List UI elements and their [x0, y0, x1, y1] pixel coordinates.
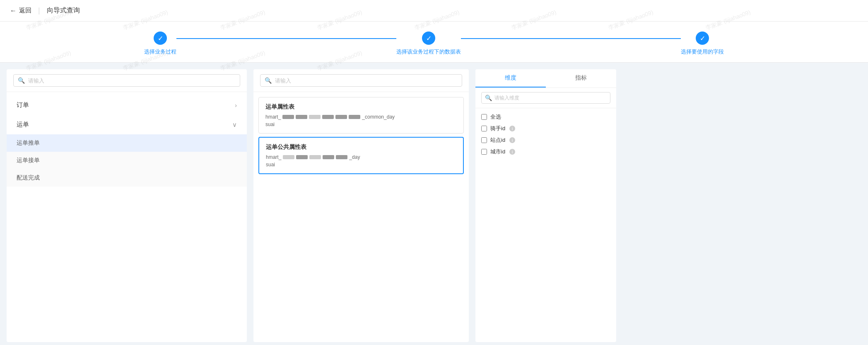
left-search-wrap[interactable]: 🔍 — [13, 74, 240, 87]
left-search-input[interactable] — [28, 78, 236, 84]
checkbox-station-id-input[interactable] — [481, 137, 487, 143]
list-sub-item-dispatch[interactable]: 运单推单 — [7, 134, 247, 152]
tab-metric[interactable]: 指标 — [546, 69, 616, 87]
step-1-label: 选择业务过程 — [144, 48, 176, 56]
table-card-2[interactable]: 运单公共属性表 hmart_ _day suai — [258, 137, 464, 174]
checkbox-station-id[interactable]: 站点id i — [481, 136, 610, 144]
meta-block-1e — [335, 115, 347, 119]
checkbox-all[interactable]: 全选 — [481, 113, 610, 121]
meta-prefix-1: hmart_ — [265, 114, 281, 120]
step-3-circle: ✓ — [696, 32, 709, 45]
back-button[interactable]: ← 返回 — [10, 7, 31, 15]
rider-id-info-icon[interactable]: i — [509, 126, 515, 131]
meta-block-1d — [322, 115, 334, 119]
meta-suffix-2: _day — [349, 154, 360, 160]
right-checkbox-list: 全选 骑手id i 站点id i 城市id i — [475, 108, 616, 160]
step-2[interactable]: ✓ 选择该业务过程下的数据表 — [396, 32, 461, 56]
list-group-waybill-label: 运单 — [17, 121, 29, 129]
back-label: 返回 — [19, 7, 31, 15]
meta-block-2b — [296, 155, 308, 159]
stepper: ✓ 选择业务过程 ✓ 选择该业务过程下的数据表 ✓ 选择要使用的字段 — [0, 22, 868, 63]
meta-prefix-2: hmart_ — [266, 154, 281, 160]
step-line-2 — [461, 38, 681, 39]
checkbox-rider-id[interactable]: 骑手id i — [481, 125, 610, 132]
middle-search-input[interactable] — [275, 78, 458, 84]
meta-suffix-1: _common_day — [362, 114, 395, 120]
station-id-info-icon[interactable]: i — [509, 137, 515, 143]
meta-block-2e — [336, 155, 347, 159]
right-tabs: 维度 指标 — [475, 69, 616, 88]
right-search-input[interactable] — [494, 95, 607, 101]
main-content: 🔍 订单 › 运单 ∨ 运单推单 运单接单 配送完成 — [0, 63, 868, 345]
meta-block-2d — [323, 155, 334, 159]
left-list: 订单 › 运单 ∨ 运单推单 运单接单 配送完成 — [7, 92, 247, 190]
checkbox-all-label: 全选 — [490, 113, 501, 121]
table-card-1-title: 运单属性表 — [265, 103, 457, 111]
tab-dimension[interactable]: 维度 — [475, 69, 546, 87]
checkbox-city-id-label: 城市id — [490, 148, 505, 155]
header: ← 返回 | 向导式查询 — [0, 0, 868, 22]
meta-block-2c — [309, 155, 321, 159]
list-sub-item-dispatch-label: 运单推单 — [17, 139, 40, 146]
checkbox-rider-id-label: 骑手id — [490, 125, 505, 132]
right-search-wrap[interactable]: 🔍 — [481, 92, 610, 104]
middle-panel-search: 🔍 — [253, 69, 469, 92]
back-arrow-icon: ← — [10, 7, 17, 15]
step-line-1 — [176, 38, 396, 39]
left-search-icon: 🔍 — [18, 77, 25, 84]
list-sub-item-accept-label: 运单接单 — [17, 157, 40, 163]
checkbox-rider-id-input[interactable] — [481, 126, 487, 131]
step-3-label: 选择要使用的字段 — [681, 48, 724, 56]
middle-search-wrap[interactable]: 🔍 — [260, 74, 462, 87]
meta-block-1b — [296, 115, 307, 119]
right-panel-search: 🔍 — [475, 88, 616, 108]
chevron-down-icon: ∨ — [232, 121, 237, 129]
table-card-1[interactable]: 运单属性表 hmart_ _common_day suai — [258, 97, 464, 134]
table-card-2-title: 运单公共属性表 — [266, 143, 456, 151]
table-card-2-sub: suai — [266, 162, 456, 168]
middle-panel: 🔍 运单属性表 hmart_ _common_day s — [253, 69, 469, 342]
step-1-circle: ✓ — [154, 32, 167, 45]
step-3[interactable]: ✓ 选择要使用的字段 — [681, 32, 724, 56]
city-id-info-icon[interactable]: i — [509, 149, 515, 155]
right-panel: 维度 指标 🔍 全选 骑手id i 站点id — [475, 69, 616, 342]
meta-block-1a — [282, 115, 294, 119]
page-title: 向导式查询 — [47, 6, 80, 15]
left-panel-search: 🔍 — [7, 69, 247, 92]
meta-block-1c — [309, 115, 321, 119]
table-card-1-sub: suai — [265, 121, 457, 127]
list-group-waybill[interactable]: 运单 ∨ — [7, 115, 247, 134]
table-card-2-meta: hmart_ _day — [266, 154, 456, 160]
list-sub-item-delivered[interactable]: 配送完成 — [7, 169, 247, 187]
list-item-order-arrow: › — [235, 102, 237, 109]
step-2-label: 选择该业务过程下的数据表 — [396, 48, 461, 56]
checkbox-all-input[interactable] — [481, 114, 487, 120]
table-card-1-meta: hmart_ _common_day — [265, 114, 457, 120]
middle-search-icon: 🔍 — [265, 77, 272, 84]
checkbox-city-id[interactable]: 城市id i — [481, 148, 610, 155]
header-divider: | — [38, 6, 40, 15]
right-search-icon: 🔍 — [485, 95, 492, 101]
meta-block-1f — [349, 115, 360, 119]
list-sub-item-delivered-label: 配送完成 — [17, 174, 40, 181]
list-sub-item-accept[interactable]: 运单接单 — [7, 152, 247, 169]
step-2-circle: ✓ — [422, 32, 435, 45]
left-panel: 🔍 订单 › 运单 ∨ 运单推单 运单接单 配送完成 — [7, 69, 247, 342]
step-1[interactable]: ✓ 选择业务过程 — [144, 32, 176, 56]
list-item-order-label: 订单 — [17, 101, 29, 109]
meta-block-2a — [283, 155, 294, 159]
list-item-order[interactable]: 订单 › — [7, 95, 247, 115]
checkbox-city-id-input[interactable] — [481, 149, 487, 155]
middle-list: 运单属性表 hmart_ _common_day suai 运单公共属性表 — [253, 92, 469, 179]
checkbox-station-id-label: 站点id — [490, 136, 505, 144]
